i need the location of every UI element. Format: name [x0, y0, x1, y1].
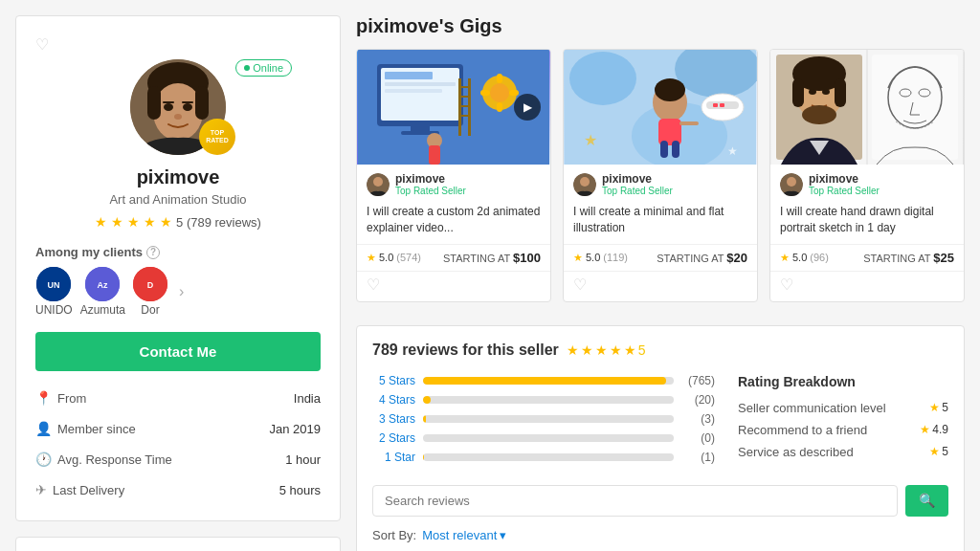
gig-card-1: ▶ piximove Top Rated Seller	[356, 49, 551, 302]
gigs-section: piximove's Gigs	[356, 15, 965, 302]
star-bar-bg-1	[423, 453, 674, 461]
gig-thumbnail-1: ▶	[357, 50, 550, 165]
star-count-3: (3)	[681, 412, 715, 426]
review-star-5: ★	[624, 342, 636, 358]
online-badge: Online	[235, 59, 292, 77]
seller-badge-2: Top Rated Seller	[602, 186, 747, 196]
svg-rect-52	[713, 103, 718, 107]
profile-title: Art and Animation Studio	[35, 192, 321, 207]
svg-rect-37	[458, 115, 471, 117]
rb-stars-recommend: ★ 4.9	[920, 423, 948, 436]
gig-star-icon-2: ★	[573, 252, 583, 264]
clients-label: Among my clients ?	[35, 245, 321, 259]
gig-stars-2: ★ 5.0 (119)	[573, 252, 628, 264]
starting-at-label-3: STARTING AT	[863, 253, 930, 264]
info-member-since: 👤 Member since Jan 2019	[35, 417, 321, 440]
gig-seller-2: piximove Top Rated Seller	[564, 165, 757, 200]
gig-price-3: STARTING AT $25	[863, 251, 954, 265]
gigs-grid: ▶ piximove Top Rated Seller	[356, 49, 965, 302]
seller-info-2: piximove Top Rated Seller	[602, 172, 747, 196]
client-dor: D Dor	[133, 267, 167, 317]
rb-row-recommend: Recommend to a friend ★ 4.9	[738, 423, 948, 437]
rb-row-service: Service as described ★ 5	[738, 445, 948, 459]
star-bar-fill-3	[423, 415, 426, 423]
gig-star-icon-3: ★	[780, 252, 790, 264]
top-rated-line1: TOP	[211, 129, 224, 137]
review-star-2: ★	[581, 342, 593, 358]
rating-breakdown-title: Rating Breakdown	[738, 374, 948, 389]
gig-footer-3: ★ 5.0 (96) STARTING AT $25	[770, 244, 964, 271]
star-count-5: (765)	[681, 374, 715, 387]
rb-label-service: Service as described	[738, 445, 854, 459]
gig-seller-3: piximove Top Rated Seller	[770, 165, 964, 200]
starting-at-label-2: STARTING AT	[657, 253, 724, 264]
gigs-title: piximove's Gigs	[356, 15, 965, 37]
top-rated-badge: TOP RATED	[199, 119, 235, 155]
gig-price-value-2: $20	[726, 251, 747, 265]
svg-point-39	[373, 177, 383, 187]
gig-thumbnail-3	[770, 50, 964, 165]
svg-point-41	[569, 52, 636, 105]
rb-star-service: ★	[929, 445, 940, 458]
star-bar-bg-4	[423, 396, 674, 404]
gig-favorite-3[interactable]: ♡	[780, 276, 793, 294]
search-button[interactable]: 🔍	[905, 485, 948, 517]
gig-footer-2: ★ 5.0 (119) STARTING AT $20	[564, 244, 757, 271]
svg-point-67	[802, 105, 836, 124]
stars-label-5[interactable]: 5 Stars	[372, 374, 415, 387]
svg-rect-3	[147, 86, 161, 120]
stars-label-3[interactable]: 3 Stars	[372, 412, 415, 426]
gig-card-2: ★ ★ piximove	[563, 49, 758, 302]
azumuta-logo: Az	[85, 267, 120, 301]
gig-price-value-3: $25	[933, 251, 954, 265]
online-label: Online	[253, 62, 283, 74]
stars-label-2[interactable]: 2 Stars	[372, 431, 415, 445]
rb-num-recommend: 4.9	[932, 423, 948, 436]
clients-list: UN UNIDO Az Azumuta	[35, 267, 321, 317]
stars-label-4[interactable]: 4 Stars	[372, 393, 415, 407]
star-count-1: (1)	[681, 451, 715, 464]
star-bar-fill-4	[423, 396, 431, 404]
svg-text:★: ★	[727, 144, 738, 158]
star-bar-fill-1	[423, 453, 424, 461]
svg-rect-21	[385, 72, 433, 79]
contact-button[interactable]: Contact Me	[35, 332, 321, 371]
svg-rect-68	[872, 55, 958, 160]
svg-rect-4	[195, 86, 209, 120]
svg-point-66	[822, 89, 830, 95]
profile-image-wrapper: Online	[35, 59, 321, 155]
rb-label-communication: Seller communication level	[738, 401, 886, 415]
svg-rect-31	[429, 145, 440, 165]
sort-value[interactable]: Most relevant ▾	[422, 528, 506, 542]
gig-favorite-1[interactable]: ♡	[367, 276, 380, 294]
favorite-icon[interactable]: ♡	[35, 36, 49, 53]
seller-avatar-1	[367, 173, 390, 196]
svg-rect-34	[458, 86, 471, 88]
clients-info-icon[interactable]: ?	[146, 246, 160, 259]
search-input[interactable]	[372, 485, 898, 517]
gig-card-3: piximove Top Rated Seller I will create …	[769, 49, 965, 302]
clients-chevron-icon[interactable]: ›	[179, 283, 184, 300]
sort-label: Sort By:	[372, 528, 416, 542]
stars-breakdown: 5 Stars (765) 4 Stars (20)	[372, 374, 715, 470]
star-5: ★	[160, 214, 172, 230]
review-star-4: ★	[610, 342, 622, 358]
svg-rect-49	[679, 121, 699, 125]
svg-point-9	[174, 114, 182, 120]
svg-rect-48	[672, 141, 679, 158]
seller-avatar-2	[573, 173, 596, 196]
rb-stars-communication: ★ 5	[929, 401, 948, 414]
svg-rect-28	[480, 90, 490, 96]
play-button-1[interactable]: ▶	[514, 94, 541, 121]
svg-point-45	[655, 78, 685, 101]
stars-label-1[interactable]: 1 Star	[372, 451, 415, 464]
gig-star-icon-1: ★	[367, 252, 376, 264]
last-delivery-value: 5 hours	[279, 483, 321, 497]
svg-rect-23	[385, 89, 442, 93]
gig-thumbnail-2: ★ ★	[564, 50, 757, 165]
svg-rect-22	[385, 82, 456, 86]
gig-favorite-2[interactable]: ♡	[573, 276, 587, 294]
svg-rect-35	[458, 96, 471, 98]
star-4: ★	[144, 214, 156, 230]
svg-rect-63	[792, 78, 804, 107]
